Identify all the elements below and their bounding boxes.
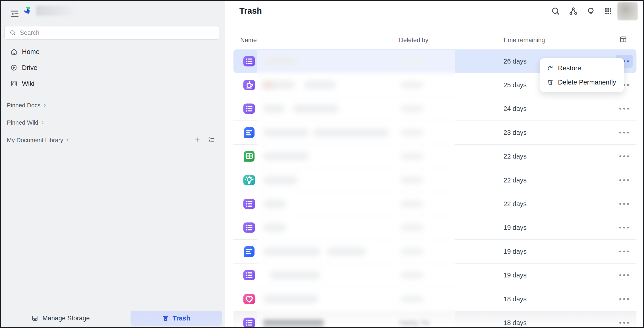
row-more-actions-icon[interactable] <box>616 173 633 187</box>
doc-cup-doc-icon <box>242 77 257 92</box>
table-row[interactable]: 18 days <box>234 287 636 311</box>
wiki-icon <box>10 80 18 87</box>
row-more-actions-icon[interactable] <box>616 269 633 282</box>
time-remaining-value: 22 days <box>504 200 527 208</box>
base-doc-icon <box>242 315 257 328</box>
time-remaining-value: 25 days <box>504 81 527 89</box>
time-remaining-value: 18 days <box>504 295 527 303</box>
search-input[interactable] <box>4 26 219 40</box>
chevron-right-icon <box>42 103 47 108</box>
blurred-deleted-by <box>400 129 423 136</box>
list-settings-icon[interactable] <box>207 135 216 145</box>
blurred-deleted-by <box>400 153 423 160</box>
time-remaining-value: 19 days <box>504 224 527 231</box>
sidebar-item-home[interactable]: Home <box>1 44 225 60</box>
trash-nav-label: Trash <box>172 315 190 322</box>
time-remaining-value: 19 days <box>504 248 527 255</box>
table-row[interactable]: 22 days <box>234 192 636 216</box>
blurred-deleted-by <box>400 105 423 112</box>
menu-item-label: Restore <box>558 64 581 72</box>
blurred-doc-name <box>263 129 309 137</box>
restore-icon <box>546 64 554 72</box>
sidebar-section-pinned-docs[interactable]: Pinned Docs <box>1 99 225 111</box>
table-row[interactable]: 22 days <box>234 145 636 168</box>
table-row[interactable]: 19 days <box>234 240 636 263</box>
blurred-doc-name <box>327 247 366 256</box>
docs-logo-icon[interactable] <box>22 5 34 17</box>
time-remaining-value: 19 days <box>504 272 527 279</box>
blurred-deleted-by <box>400 248 423 255</box>
heart-doc-icon <box>242 292 257 307</box>
sidebar-item-drive[interactable]: Drive <box>1 60 225 76</box>
blurred-deleted-by <box>400 58 423 65</box>
blurred-doc-name <box>270 271 320 279</box>
blurred-doc-name <box>263 247 320 256</box>
table-row[interactable]: 23 days <box>234 121 636 145</box>
row-more-actions-icon[interactable] <box>616 245 633 258</box>
storage-icon <box>31 314 39 322</box>
base-doc-icon <box>242 101 257 116</box>
time-remaining-value: 24 days <box>504 105 527 113</box>
base-doc-icon <box>242 220 257 235</box>
base-doc-icon <box>242 268 257 283</box>
blurred-deleted-by <box>400 224 423 231</box>
column-header-name: Name <box>240 37 257 44</box>
collaboration-icon[interactable] <box>568 6 579 17</box>
table-row[interactable]: 22 days <box>234 168 636 192</box>
column-header-time-remaining: Time remaining <box>503 37 545 44</box>
chevron-right-icon <box>40 120 45 125</box>
search-icon[interactable] <box>550 6 561 17</box>
row-more-actions-icon[interactable] <box>616 293 633 306</box>
doc-doc-icon <box>242 125 257 140</box>
blurred-doc-name <box>304 81 336 89</box>
column-header-deleted-by: Deleted by <box>399 37 428 44</box>
menu-item-delete-permanently[interactable]: Delete Permanently <box>540 75 624 89</box>
blurred-doc-name <box>293 105 338 113</box>
apps-grid-icon[interactable] <box>603 6 614 17</box>
time-remaining-value: 22 days <box>504 153 527 160</box>
base-doc-icon <box>242 196 257 211</box>
search-field[interactable] <box>20 29 219 37</box>
blurred-doc-name <box>263 57 297 65</box>
manage-storage-label: Manage Storage <box>42 315 90 322</box>
table-view-icon[interactable] <box>618 34 628 44</box>
footer-vertical-divider <box>127 312 127 325</box>
manage-storage-button[interactable]: Manage Storage <box>31 311 90 325</box>
add-doc-icon[interactable] <box>192 135 202 145</box>
blurred-doc-name <box>263 200 286 208</box>
table-row[interactable]: 19 days <box>234 216 636 240</box>
collapse-sidebar-icon[interactable] <box>9 8 20 19</box>
row-more-actions-icon[interactable] <box>616 150 633 163</box>
blurred-doc-name-tint <box>261 81 273 89</box>
sidebar-item-wiki[interactable]: Wiki <box>1 76 225 92</box>
row-more-actions-icon[interactable] <box>616 316 633 328</box>
menu-item-restore[interactable]: Restore <box>540 61 624 75</box>
sidebar-section-pinned-wiki[interactable]: Pinned Wiki <box>1 117 225 129</box>
sidebar: Home Drive Wiki Pinned Docs Pinned Wiki … <box>1 1 225 328</box>
idea-icon[interactable] <box>585 6 596 17</box>
sidebar-nav: Home Drive Wiki <box>1 44 225 92</box>
table-row[interactable]: Harley Yin18 days <box>234 311 636 328</box>
workspace-name-blurred <box>36 6 76 16</box>
row-more-actions-icon[interactable] <box>616 126 633 139</box>
trash-nav-button[interactable]: Trash <box>130 311 222 326</box>
table-row[interactable]: 19 days <box>234 264 636 287</box>
time-remaining-value: 26 days <box>504 57 527 65</box>
time-remaining-value: 23 days <box>504 129 527 136</box>
section-label: My Document Library <box>7 137 63 144</box>
search-icon <box>9 29 16 36</box>
blurred-deleted-by <box>400 200 423 207</box>
avatar[interactable] <box>617 2 638 20</box>
context-menu: Restore Delete Permanently <box>540 58 624 92</box>
table-row[interactable]: 24 days <box>234 97 636 121</box>
mindnote-doc-icon <box>242 173 257 188</box>
row-more-actions-icon[interactable] <box>616 197 633 210</box>
row-more-actions-icon[interactable] <box>616 102 633 115</box>
blurred-doc-name <box>263 152 309 160</box>
sidebar-section-my-document-library[interactable]: My Document Library <box>1 134 225 146</box>
menu-item-label: Delete Permanently <box>558 79 616 86</box>
time-remaining-value: 18 days <box>504 319 527 327</box>
row-more-actions-icon[interactable] <box>616 221 633 234</box>
partially-visible-doc-name <box>263 320 324 326</box>
chevron-right-icon <box>65 138 70 143</box>
